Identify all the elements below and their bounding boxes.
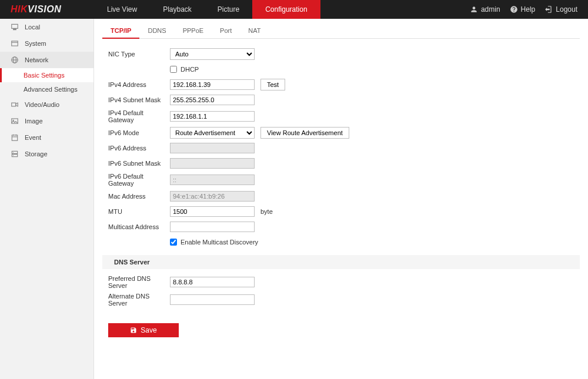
ipv4-gateway-input[interactable] <box>170 111 255 122</box>
brand-logo: HIKVISION <box>0 4 94 15</box>
help-icon <box>510 5 518 14</box>
ipv6-gateway-input <box>170 175 255 185</box>
logout-icon <box>544 5 553 14</box>
content-area: TCP/IP DDNS PPPoE Port NAT NIC Type Auto… <box>94 19 588 379</box>
sidebar-item-storage[interactable]: Storage <box>0 146 93 162</box>
alternate-dns-label: Alternate DNS Server <box>108 293 170 307</box>
user-name: admin <box>481 5 500 14</box>
view-route-advertisement-button[interactable]: View Route Advertisement <box>260 127 349 139</box>
mac-input <box>170 191 255 202</box>
enable-multicast-wrap[interactable]: Enable Multicast Discovery <box>170 239 258 246</box>
ipv4-address-label: IPv4 Address <box>108 81 170 88</box>
ipv6-gateway-label: IPv6 Default Gateway <box>108 173 170 187</box>
logout-label: Logout <box>556 5 577 14</box>
topbar: HIKVISION Live View Playback Picture Con… <box>0 0 588 19</box>
mac-label: Mac Address <box>108 193 170 200</box>
nic-type-select[interactable]: Auto <box>170 48 255 60</box>
sidebar-local-label: Local <box>25 24 40 31</box>
nav-playback[interactable]: Playback <box>150 0 205 19</box>
tab-ddns[interactable]: DDNS <box>139 22 174 38</box>
sidebar: Local System Network Basic Settings Adva… <box>0 19 94 379</box>
sidebar-network-label: Network <box>25 56 48 63</box>
sidebar-item-local[interactable]: Local <box>0 19 93 35</box>
enable-multicast-label: Enable Multicast Discovery <box>181 239 258 246</box>
nav-picture[interactable]: Picture <box>205 0 252 19</box>
help-label: Help <box>521 5 536 14</box>
system-icon <box>11 39 19 48</box>
sidebar-item-system[interactable]: System <box>0 35 93 52</box>
ipv4-gateway-label: IPv4 Default Gateway <box>108 109 170 123</box>
sidebar-item-network[interactable]: Network <box>0 52 93 68</box>
svg-point-14 <box>13 152 14 153</box>
tab-tcpip[interactable]: TCP/IP <box>102 22 139 39</box>
main-nav: Live View Playback Picture Configuration <box>94 0 320 19</box>
ipv6-address-input <box>170 143 255 153</box>
svg-rect-0 <box>12 41 18 46</box>
ipv6-subnet-label: IPv6 Subnet Mask <box>108 160 170 167</box>
sidebar-item-video-audio[interactable]: Video/Audio <box>0 96 93 113</box>
sidebar-storage-label: Storage <box>25 150 48 157</box>
storage-icon <box>11 150 19 158</box>
sidebar-item-event[interactable]: Event <box>0 129 93 146</box>
help-link[interactable]: Help <box>510 5 536 14</box>
monitor-icon <box>11 23 19 31</box>
preferred-dns-input[interactable] <box>170 277 255 287</box>
ipv6-mode-label: IPv6 Mode <box>108 129 170 136</box>
ipv4-subnet-input[interactable] <box>170 95 255 105</box>
tab-nat[interactable]: NAT <box>240 22 269 38</box>
network-icon <box>11 56 19 64</box>
ipv4-address-input[interactable] <box>170 79 255 90</box>
save-label: Save <box>141 326 156 334</box>
svg-rect-13 <box>12 155 17 157</box>
multicast-address-input[interactable] <box>170 222 255 232</box>
sidebar-item-image[interactable]: Image <box>0 113 93 129</box>
dns-server-section: DNS Server <box>102 255 580 269</box>
ipv6-mode-select[interactable]: Route Advertisement <box>170 127 255 139</box>
nav-live-view[interactable]: Live View <box>94 0 150 19</box>
sidebar-sub-basic-settings[interactable]: Basic Settings <box>0 68 93 82</box>
sidebar-sub-advanced-settings[interactable]: Advanced Settings <box>0 82 93 96</box>
svg-rect-8 <box>12 135 17 140</box>
image-icon <box>11 117 19 125</box>
dhcp-checkbox[interactable] <box>170 66 177 73</box>
ipv6-subnet-input <box>170 158 255 169</box>
nav-configuration[interactable]: Configuration <box>252 0 320 19</box>
sidebar-system-label: System <box>25 40 46 47</box>
svg-point-15 <box>13 155 14 156</box>
mtu-label: MTU <box>108 208 170 215</box>
event-icon <box>11 133 19 142</box>
ipv4-subnet-label: IPv4 Subnet Mask <box>108 96 170 103</box>
sub-tabs: TCP/IP DDNS PPPoE Port NAT <box>102 22 580 39</box>
alternate-dns-input[interactable] <box>170 294 255 305</box>
user-icon <box>470 5 478 14</box>
tcpip-form: NIC Type Auto DHCP IPv4 Address <box>102 39 580 337</box>
ipv6-address-label: IPv6 Address <box>108 145 170 152</box>
video-icon <box>11 100 19 109</box>
user-area: admin Help Logout <box>470 5 588 14</box>
nic-type-label: NIC Type <box>108 51 170 58</box>
brand-part1: HIK <box>11 4 28 14</box>
tab-port[interactable]: Port <box>212 22 240 38</box>
sidebar-video-label: Video/Audio <box>25 101 59 108</box>
multicast-address-label: Multicast Address <box>108 223 170 230</box>
sidebar-event-label: Event <box>25 134 41 141</box>
preferred-dns-label: Preferred DNS Server <box>108 275 170 289</box>
logout-link[interactable]: Logout <box>544 5 577 14</box>
svg-rect-12 <box>12 151 17 153</box>
tab-pppoe[interactable]: PPPoE <box>175 22 212 38</box>
enable-multicast-checkbox[interactable] <box>170 239 177 246</box>
dhcp-checkbox-wrap[interactable]: DHCP <box>170 66 199 73</box>
mtu-unit: byte <box>260 208 273 215</box>
dhcp-label: DHCP <box>181 66 199 73</box>
mtu-input[interactable] <box>170 206 255 217</box>
sidebar-image-label: Image <box>25 118 43 125</box>
svg-rect-5 <box>12 103 16 106</box>
user-admin[interactable]: admin <box>470 5 500 14</box>
test-button[interactable]: Test <box>260 79 285 90</box>
save-icon <box>130 327 137 334</box>
save-button[interactable]: Save <box>108 323 179 337</box>
brand-part2: VISION <box>28 4 61 14</box>
